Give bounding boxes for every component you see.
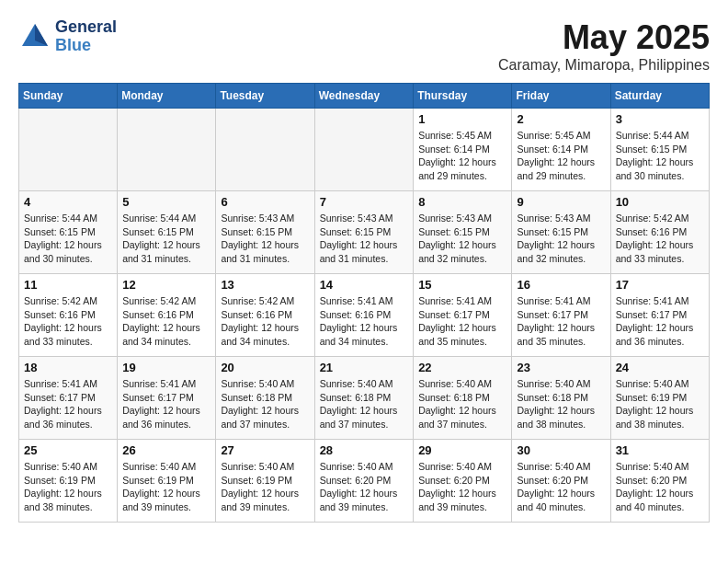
weekday-sunday: Sunday [19,84,118,109]
week-row-1: 1Sunrise: 5:45 AMSunset: 6:14 PMDaylight… [19,109,710,191]
day-cell: 11Sunrise: 5:42 AMSunset: 6:16 PMDayligh… [19,274,118,357]
day-info: Sunrise: 5:40 AMSunset: 6:20 PMDaylight:… [320,460,409,514]
day-number: 30 [517,443,605,457]
day-number: 2 [517,112,605,126]
day-number: 27 [221,443,309,457]
day-number: 10 [616,195,704,209]
day-number: 20 [221,361,309,374]
day-cell: 30Sunrise: 5:40 AMSunset: 6:20 PMDayligh… [512,440,610,523]
day-cell: 15Sunrise: 5:41 AMSunset: 6:17 PMDayligh… [414,274,512,357]
day-number: 29 [418,443,506,457]
day-cell: 5Sunrise: 5:44 AMSunset: 6:15 PMDaylight… [118,191,216,274]
day-number: 13 [221,278,309,292]
day-cell: 26Sunrise: 5:40 AMSunset: 6:19 PMDayligh… [118,440,216,523]
day-info: Sunrise: 5:41 AMSunset: 6:17 PMDaylight:… [418,294,506,349]
day-number: 7 [320,195,409,209]
week-row-4: 18Sunrise: 5:41 AMSunset: 6:17 PMDayligh… [19,357,710,440]
day-number: 24 [616,361,704,374]
week-row-2: 4Sunrise: 5:44 AMSunset: 6:15 PMDaylight… [19,191,710,274]
day-number: 31 [616,443,704,457]
day-number: 3 [616,112,704,126]
day-number: 25 [24,443,112,457]
day-number: 14 [320,278,409,292]
day-info: Sunrise: 5:43 AMSunset: 6:15 PMDaylight:… [517,212,605,266]
day-info: Sunrise: 5:42 AMSunset: 6:16 PMDaylight:… [24,294,112,349]
day-info: Sunrise: 5:40 AMSunset: 6:20 PMDaylight:… [616,460,704,514]
weekday-header-row: SundayMondayTuesdayWednesdayThursdayFrid… [19,84,710,109]
day-info: Sunrise: 5:41 AMSunset: 6:16 PMDaylight:… [320,294,409,349]
day-number: 16 [517,278,605,292]
day-number: 22 [418,361,506,374]
day-number: 5 [122,195,210,209]
day-info: Sunrise: 5:44 AMSunset: 6:15 PMDaylight:… [24,212,112,266]
day-cell: 9Sunrise: 5:43 AMSunset: 6:15 PMDaylight… [512,191,610,274]
day-info: Sunrise: 5:40 AMSunset: 6:18 PMDaylight:… [320,377,409,431]
day-cell [118,109,216,191]
day-number: 6 [221,195,309,209]
day-cell: 13Sunrise: 5:42 AMSunset: 6:16 PMDayligh… [216,274,314,357]
day-cell: 20Sunrise: 5:40 AMSunset: 6:18 PMDayligh… [216,357,314,440]
weekday-thursday: Thursday [414,84,512,109]
day-info: Sunrise: 5:40 AMSunset: 6:19 PMDaylight:… [616,377,704,431]
week-row-5: 25Sunrise: 5:40 AMSunset: 6:19 PMDayligh… [19,440,710,523]
day-info: Sunrise: 5:41 AMSunset: 6:17 PMDaylight:… [616,294,704,349]
day-cell: 12Sunrise: 5:42 AMSunset: 6:16 PMDayligh… [118,274,216,357]
logo: General Blue [18,18,117,55]
day-cell: 21Sunrise: 5:40 AMSunset: 6:18 PMDayligh… [314,357,414,440]
day-info: Sunrise: 5:42 AMSunset: 6:16 PMDaylight:… [616,212,704,266]
day-info: Sunrise: 5:45 AMSunset: 6:14 PMDaylight:… [418,129,506,183]
day-cell: 22Sunrise: 5:40 AMSunset: 6:18 PMDayligh… [414,357,512,440]
day-cell: 14Sunrise: 5:41 AMSunset: 6:16 PMDayligh… [314,274,414,357]
location: Caramay, Mimaropa, Philippines [498,57,710,74]
day-info: Sunrise: 5:42 AMSunset: 6:16 PMDaylight:… [122,294,210,349]
day-number: 15 [418,278,506,292]
day-number: 18 [24,361,112,374]
day-cell [19,109,118,191]
day-info: Sunrise: 5:40 AMSunset: 6:19 PMDaylight:… [24,460,112,514]
day-cell: 31Sunrise: 5:40 AMSunset: 6:20 PMDayligh… [610,440,709,523]
title-section: May 2025 Caramay, Mimaropa, Philippines [498,18,710,74]
day-info: Sunrise: 5:41 AMSunset: 6:17 PMDaylight:… [517,294,605,349]
day-number: 17 [616,278,704,292]
weekday-wednesday: Wednesday [314,84,414,109]
day-info: Sunrise: 5:43 AMSunset: 6:15 PMDaylight:… [221,212,309,266]
day-info: Sunrise: 5:43 AMSunset: 6:15 PMDaylight:… [418,212,506,266]
day-info: Sunrise: 5:40 AMSunset: 6:19 PMDaylight:… [221,460,309,514]
day-info: Sunrise: 5:41 AMSunset: 6:17 PMDaylight:… [122,377,210,431]
day-info: Sunrise: 5:43 AMSunset: 6:15 PMDaylight:… [320,212,409,266]
calendar-table: SundayMondayTuesdayWednesdayThursdayFrid… [18,83,710,523]
day-cell: 29Sunrise: 5:40 AMSunset: 6:20 PMDayligh… [414,440,512,523]
day-number: 28 [320,443,409,457]
day-cell: 24Sunrise: 5:40 AMSunset: 6:19 PMDayligh… [610,357,709,440]
day-cell: 19Sunrise: 5:41 AMSunset: 6:17 PMDayligh… [118,357,216,440]
day-info: Sunrise: 5:40 AMSunset: 6:20 PMDaylight:… [517,460,605,514]
day-cell: 3Sunrise: 5:44 AMSunset: 6:15 PMDaylight… [610,109,709,191]
day-cell: 8Sunrise: 5:43 AMSunset: 6:15 PMDaylight… [414,191,512,274]
day-number: 19 [122,361,210,374]
day-info: Sunrise: 5:40 AMSunset: 6:18 PMDaylight:… [418,377,506,431]
day-number: 9 [517,195,605,209]
day-cell: 23Sunrise: 5:40 AMSunset: 6:18 PMDayligh… [512,357,610,440]
day-number: 23 [517,361,605,374]
day-cell: 7Sunrise: 5:43 AMSunset: 6:15 PMDaylight… [314,191,414,274]
day-info: Sunrise: 5:41 AMSunset: 6:17 PMDaylight:… [24,377,112,431]
day-cell: 6Sunrise: 5:43 AMSunset: 6:15 PMDaylight… [216,191,314,274]
day-info: Sunrise: 5:42 AMSunset: 6:16 PMDaylight:… [221,294,309,349]
day-number: 21 [320,361,409,374]
day-cell: 4Sunrise: 5:44 AMSunset: 6:15 PMDaylight… [19,191,118,274]
week-row-3: 11Sunrise: 5:42 AMSunset: 6:16 PMDayligh… [19,274,710,357]
month-title: May 2025 [498,18,710,57]
day-number: 12 [122,278,210,292]
day-cell: 1Sunrise: 5:45 AMSunset: 6:14 PMDaylight… [414,109,512,191]
day-cell [314,109,414,191]
day-number: 8 [418,195,506,209]
logo-text: General Blue [55,18,117,55]
day-cell: 18Sunrise: 5:41 AMSunset: 6:17 PMDayligh… [19,357,118,440]
day-info: Sunrise: 5:40 AMSunset: 6:18 PMDaylight:… [221,377,309,431]
logo-icon [18,20,51,53]
weekday-tuesday: Tuesday [216,84,314,109]
day-cell: 2Sunrise: 5:45 AMSunset: 6:14 PMDaylight… [512,109,610,191]
day-number: 1 [418,112,506,126]
day-info: Sunrise: 5:40 AMSunset: 6:19 PMDaylight:… [122,460,210,514]
weekday-monday: Monday [118,84,216,109]
